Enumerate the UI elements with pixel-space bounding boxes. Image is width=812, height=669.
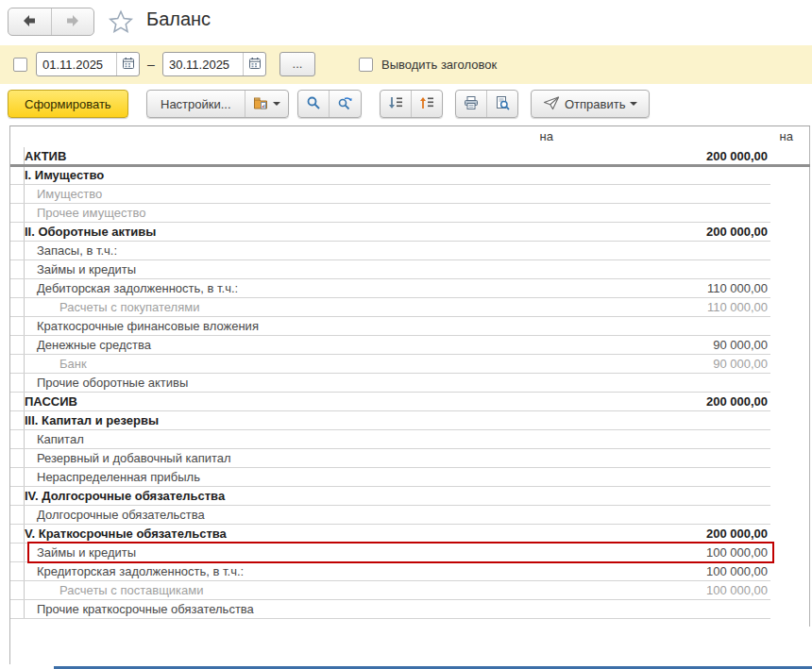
table-row[interactable]: Долгосрочные обязательства [10,506,810,525]
table-row[interactable]: Прочее имущество [10,204,810,223]
row-label: Резервный и добавочный капитал [37,451,231,465]
table-row[interactable]: Нераспределенная прибыль [10,468,810,487]
date-from-input[interactable] [37,58,116,72]
table-row[interactable]: Прочие краткосрочные обязательства [10,600,810,619]
row-label: IV. Долгосрочные обязательства [25,489,225,503]
arrow-right-icon [65,13,80,31]
row-label: Капитал [37,432,84,446]
print-preview-button[interactable] [486,91,517,117]
row-label: V. Краткосрочные обязательства [25,527,227,541]
favorite-star-icon[interactable] [107,8,135,36]
show-title-checkbox[interactable] [359,58,373,72]
forward-button[interactable] [51,8,94,35]
row-label: Запасы, в т.ч.: [37,243,117,258]
row-label: II. Оборотные активы [25,225,156,239]
table-row[interactable]: I. Имущество [10,166,810,185]
print-button[interactable] [456,91,486,117]
row-label: Краткосрочные финансовые вложения [37,319,259,333]
row-label: Долгосрочные обязательства [37,508,205,522]
date-to-field [162,52,266,76]
row-label: Расчеты с поставщиками [59,583,204,597]
row-value: 200 000,00 [706,225,768,239]
table-row[interactable]: Банк90 000,00 [10,355,810,374]
table-row[interactable]: Резервный и добавочный капитал [10,449,810,468]
table-row[interactable]: Кредиторская задолженность, в т.ч.:100 0… [10,562,810,581]
row-label: Займы и кредиты [37,262,136,276]
table-row[interactable]: Расчеты с покупателями110 000,00 [10,298,810,317]
row-label: Денежные средства [37,338,151,352]
report-toolbar: Сформировать Настройки... [0,84,812,125]
table-row[interactable]: V. Краткосрочные обязательства200 000,00 [10,525,810,544]
send-plane-icon [543,95,560,113]
row-label: Расчеты с покупателями [59,300,199,314]
dropdown-caret-icon [273,102,280,106]
table-row[interactable]: Займы и кредиты [10,260,810,279]
row-label: Прочие краткосрочные обязательства [37,602,254,616]
row-value: 100 000,00 [706,545,768,560]
column-header-on-date-1: на [540,129,553,143]
back-button[interactable] [8,8,51,35]
search-group [297,90,362,118]
table-row[interactable]: Денежные средства90 000,00 [10,336,810,355]
row-value: 100 000,00 [706,583,768,597]
arrow-left-icon [22,13,37,31]
print-preview-icon [495,95,510,113]
row-label: III. Капитал и резервы [25,413,159,427]
expand-groups-button[interactable] [381,91,411,117]
print-group [455,90,518,118]
grouping-group [380,90,443,118]
table-row[interactable]: II. Оборотные активы200 000,00 [10,223,810,242]
row-value: 200 000,00 [706,394,768,409]
period-more-button[interactable]: ... [279,52,315,76]
row-label: Банк [59,357,87,371]
row-label: I. Имущество [25,168,104,182]
date-from-field [36,52,140,76]
table-row[interactable]: Капитал [10,430,810,449]
row-label: Нераспределенная прибыль [37,470,200,484]
collapse-groups-button[interactable] [411,91,442,117]
table-row[interactable]: Запасы, в т.ч.: [10,242,810,260]
settings-button[interactable]: Настройки... [147,91,245,117]
settings-group: Настройки... [146,90,289,118]
table-row[interactable]: Прочие оборотные активы [10,374,810,393]
app-window: Баланс – ... Выводить заголовок [0,0,812,669]
date-range-dash: – [147,57,155,72]
table-row[interactable]: Имущество [10,185,810,204]
row-label: Дебиторская задолженность, в т.ч.: [37,281,238,295]
row-label: Кредиторская задолженность, в т.ч.: [37,564,244,578]
table-row[interactable]: Займы и кредиты100 000,00 [10,544,810,562]
table-row[interactable]: Расчеты с поставщиками100 000,00 [10,581,810,600]
report-variants-button[interactable] [245,91,288,117]
send-button-label: Отправить [565,97,625,111]
show-title-label: Выводить заголовок [381,58,497,72]
table-row[interactable]: III. Капитал и резервы [10,411,810,430]
calendar-to-button[interactable] [243,53,265,75]
search-next-button[interactable] [329,91,361,117]
table-row[interactable]: IV. Долгосрочные обязательства [10,487,810,506]
calendar-icon [248,57,262,73]
table-row[interactable]: Краткосрочные финансовые вложения [10,317,810,336]
search-icon [306,95,321,113]
send-group: Отправить [531,90,650,118]
row-value: 90 000,00 [713,338,768,352]
search-button[interactable] [298,91,329,117]
generate-button[interactable]: Сформировать [8,90,128,118]
send-button[interactable]: Отправить [532,91,649,117]
date-to-input[interactable] [163,58,243,72]
printer-icon [464,95,479,113]
report-variants-icon [253,95,268,113]
row-label: Прочие оборотные активы [37,376,188,390]
table-row[interactable]: ПАССИВ200 000,00 [10,393,810,411]
calendar-from-button[interactable] [116,53,139,75]
row-label: Займы и кредиты [37,545,136,560]
row-value: 90 000,00 [713,357,768,371]
table-row[interactable]: Дебиторская задолженность, в т.ч.:110 00… [10,279,810,298]
search-next-icon [337,95,353,113]
table-row[interactable]: АКТИВ200 000,00 [10,147,810,166]
dropdown-caret-icon [630,102,637,106]
period-checkbox[interactable] [13,58,27,72]
row-label: Имущество [37,187,102,201]
row-value: 110 000,00 [707,281,768,295]
row-label: Прочее имущество [37,206,145,220]
calendar-icon [122,57,135,73]
